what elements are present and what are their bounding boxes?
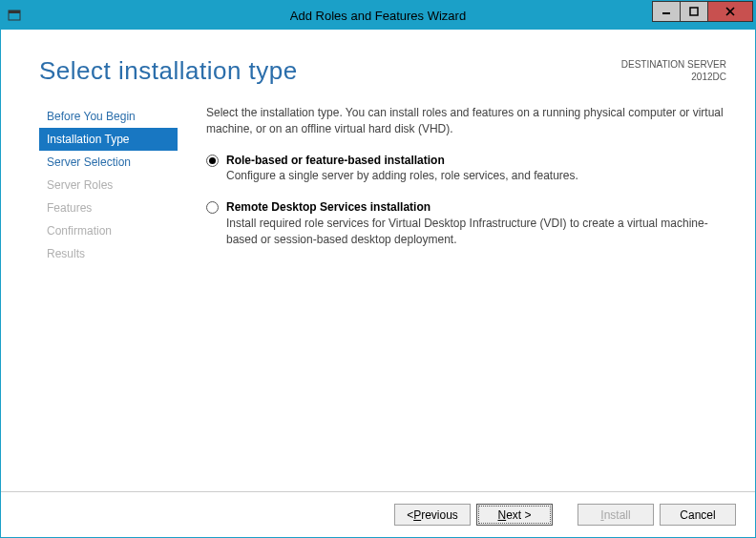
body: Before You Begin Installation Type Serve… — [1, 95, 755, 491]
minimize-button[interactable] — [652, 1, 681, 22]
option-desc: Configure a single server by adding role… — [226, 168, 726, 184]
nav-item-server-roles: Server Roles — [39, 174, 178, 197]
option-role-based[interactable]: Role-based or feature-based installation… — [206, 153, 726, 185]
previous-button[interactable]: < Previous — [394, 504, 471, 526]
content: Select the installation type. You can in… — [206, 95, 726, 491]
option-desc: Install required role services for Virtu… — [226, 216, 726, 248]
nav-item-before-you-begin[interactable]: Before You Begin — [39, 105, 178, 128]
option-title: Remote Desktop Services installation — [226, 199, 726, 216]
destination-name: 2012DC — [621, 71, 726, 83]
nav-item-installation-type[interactable]: Installation Type — [39, 128, 178, 151]
nav-item-server-selection[interactable]: Server Selection — [39, 151, 178, 174]
titlebar: Add Roles and Features Wizard — [1, 1, 755, 30]
nav-item-results: Results — [39, 242, 178, 265]
option-title: Role-based or feature-based installation — [226, 153, 726, 169]
option-rds[interactable]: Remote Desktop Services installation Ins… — [206, 199, 726, 247]
footer: < Previous Next > Install Cancel — [1, 491, 755, 537]
maximize-button[interactable] — [680, 1, 708, 22]
cancel-button[interactable]: Cancel — [660, 504, 736, 526]
nav-item-features: Features — [39, 197, 178, 219]
option-text: Remote Desktop Services installation Ins… — [226, 199, 726, 247]
wizard-window: Add Roles and Features Wizard Select ins… — [0, 0, 756, 538]
destination-server: DESTINATION SERVER 2012DC — [621, 56, 726, 83]
app-icon — [7, 8, 22, 23]
page-title: Select installation type — [39, 56, 298, 86]
window-title: Add Roles and Features Wizard — [1, 9, 755, 23]
nav-sidebar: Before You Begin Installation Type Serve… — [39, 95, 178, 491]
next-button[interactable]: Next > — [476, 504, 553, 526]
radio-icon[interactable] — [206, 201, 219, 214]
close-button[interactable] — [707, 1, 753, 22]
radio-icon[interactable] — [206, 155, 219, 167]
destination-label: DESTINATION SERVER — [621, 58, 726, 71]
window-controls — [652, 1, 755, 22]
nav-item-confirmation: Confirmation — [39, 219, 178, 242]
svg-rect-3 — [690, 8, 698, 15]
header: Select installation type DESTINATION SER… — [1, 30, 755, 95]
svg-rect-1 — [9, 10, 20, 13]
intro-text: Select the installation type. You can in… — [206, 105, 726, 137]
option-text: Role-based or feature-based installation… — [226, 153, 726, 185]
install-button: Install — [578, 504, 654, 526]
